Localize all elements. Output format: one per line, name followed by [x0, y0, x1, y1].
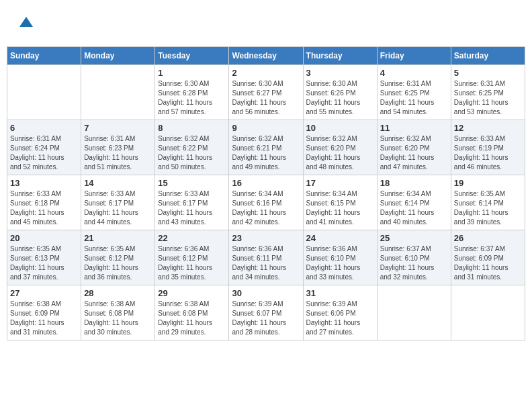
day-info: Sunrise: 6:33 AM Sunset: 6:17 PM Dayligh…: [158, 189, 226, 227]
day-info: Sunrise: 6:34 AM Sunset: 6:14 PM Dayligh…: [380, 189, 448, 227]
day-cell: 10Sunrise: 6:32 AM Sunset: 6:20 PM Dayli…: [303, 120, 377, 175]
day-cell: 20Sunrise: 6:35 AM Sunset: 6:13 PM Dayli…: [7, 230, 81, 285]
day-number: 30: [232, 288, 300, 298]
day-number: 10: [306, 123, 374, 133]
weekday-wednesday: Wednesday: [229, 46, 303, 64]
day-info: Sunrise: 6:35 AM Sunset: 6:14 PM Dayligh…: [454, 189, 522, 227]
day-cell: [377, 285, 451, 340]
day-number: 16: [232, 178, 300, 188]
day-cell: [81, 64, 155, 120]
day-number: 13: [10, 178, 78, 188]
day-number: 24: [306, 233, 374, 243]
day-number: 11: [380, 123, 448, 133]
day-info: Sunrise: 6:38 AM Sunset: 6:09 PM Dayligh…: [10, 300, 78, 337]
day-info: Sunrise: 6:31 AM Sunset: 6:25 PM Dayligh…: [454, 79, 522, 117]
day-info: Sunrise: 6:33 AM Sunset: 6:19 PM Dayligh…: [454, 134, 522, 172]
day-number: 5: [454, 68, 522, 78]
day-cell: [451, 285, 525, 340]
weekday-header: SundayMondayTuesdayWednesdayThursdayFrid…: [7, 46, 525, 64]
day-number: 26: [454, 233, 522, 243]
day-cell: 13Sunrise: 6:33 AM Sunset: 6:18 PM Dayli…: [7, 175, 81, 230]
calendar-table: SundayMondayTuesdayWednesdayThursdayFrid…: [7, 46, 525, 340]
day-cell: 6Sunrise: 6:31 AM Sunset: 6:24 PM Daylig…: [7, 120, 81, 175]
header: [7, 7, 525, 41]
day-info: Sunrise: 6:36 AM Sunset: 6:10 PM Dayligh…: [306, 244, 374, 282]
day-cell: 30Sunrise: 6:39 AM Sunset: 6:07 PM Dayli…: [229, 285, 303, 340]
calendar-body: 1Sunrise: 6:30 AM Sunset: 6:28 PM Daylig…: [7, 64, 525, 340]
day-cell: 31Sunrise: 6:39 AM Sunset: 6:06 PM Dayli…: [303, 285, 377, 340]
day-info: Sunrise: 6:37 AM Sunset: 6:09 PM Dayligh…: [454, 244, 522, 282]
day-info: Sunrise: 6:36 AM Sunset: 6:11 PM Dayligh…: [232, 244, 300, 282]
week-row-1: 1Sunrise: 6:30 AM Sunset: 6:28 PM Daylig…: [7, 64, 525, 120]
day-info: Sunrise: 6:37 AM Sunset: 6:10 PM Dayligh…: [380, 244, 448, 282]
day-cell: 25Sunrise: 6:37 AM Sunset: 6:10 PM Dayli…: [377, 230, 451, 285]
day-number: 31: [306, 288, 374, 298]
day-cell: 5Sunrise: 6:31 AM Sunset: 6:25 PM Daylig…: [451, 64, 525, 120]
weekday-sunday: Sunday: [7, 46, 81, 64]
day-cell: 16Sunrise: 6:34 AM Sunset: 6:16 PM Dayli…: [229, 175, 303, 230]
week-row-4: 20Sunrise: 6:35 AM Sunset: 6:13 PM Dayli…: [7, 230, 525, 285]
day-info: Sunrise: 6:30 AM Sunset: 6:26 PM Dayligh…: [306, 79, 374, 117]
day-info: Sunrise: 6:31 AM Sunset: 6:23 PM Dayligh…: [84, 134, 152, 172]
day-info: Sunrise: 6:32 AM Sunset: 6:22 PM Dayligh…: [158, 134, 226, 172]
day-number: 3: [306, 68, 374, 78]
day-info: Sunrise: 6:38 AM Sunset: 6:08 PM Dayligh…: [84, 300, 152, 337]
day-info: Sunrise: 6:31 AM Sunset: 6:24 PM Dayligh…: [10, 134, 78, 172]
day-cell: 22Sunrise: 6:36 AM Sunset: 6:12 PM Dayli…: [155, 230, 229, 285]
logo-icon: [16, 13, 36, 34]
day-number: 9: [232, 123, 300, 133]
weekday-saturday: Saturday: [451, 46, 525, 64]
day-number: 15: [158, 178, 226, 188]
day-cell: 17Sunrise: 6:34 AM Sunset: 6:15 PM Dayli…: [303, 175, 377, 230]
day-cell: 21Sunrise: 6:35 AM Sunset: 6:12 PM Dayli…: [81, 230, 155, 285]
logo: [13, 13, 36, 38]
week-row-2: 6Sunrise: 6:31 AM Sunset: 6:24 PM Daylig…: [7, 120, 525, 175]
day-info: Sunrise: 6:30 AM Sunset: 6:28 PM Dayligh…: [158, 79, 226, 117]
day-number: 27: [10, 288, 78, 298]
day-cell: 8Sunrise: 6:32 AM Sunset: 6:22 PM Daylig…: [155, 120, 229, 175]
day-info: Sunrise: 6:39 AM Sunset: 6:06 PM Dayligh…: [306, 300, 374, 337]
day-number: 12: [454, 123, 522, 133]
day-cell: 15Sunrise: 6:33 AM Sunset: 6:17 PM Dayli…: [155, 175, 229, 230]
day-cell: 7Sunrise: 6:31 AM Sunset: 6:23 PM Daylig…: [81, 120, 155, 175]
day-number: 21: [84, 233, 152, 243]
day-cell: 4Sunrise: 6:31 AM Sunset: 6:25 PM Daylig…: [377, 64, 451, 120]
svg-marker-0: [19, 17, 33, 27]
day-info: Sunrise: 6:32 AM Sunset: 6:20 PM Dayligh…: [306, 134, 374, 172]
weekday-thursday: Thursday: [303, 46, 377, 64]
day-cell: 23Sunrise: 6:36 AM Sunset: 6:11 PM Dayli…: [229, 230, 303, 285]
day-cell: 11Sunrise: 6:32 AM Sunset: 6:20 PM Dayli…: [377, 120, 451, 175]
day-cell: 2Sunrise: 6:30 AM Sunset: 6:27 PM Daylig…: [229, 64, 303, 120]
day-info: Sunrise: 6:36 AM Sunset: 6:12 PM Dayligh…: [158, 244, 226, 282]
day-info: Sunrise: 6:33 AM Sunset: 6:17 PM Dayligh…: [84, 189, 152, 227]
day-cell: 9Sunrise: 6:32 AM Sunset: 6:21 PM Daylig…: [229, 120, 303, 175]
day-info: Sunrise: 6:33 AM Sunset: 6:18 PM Dayligh…: [10, 189, 78, 227]
day-cell: 19Sunrise: 6:35 AM Sunset: 6:14 PM Dayli…: [451, 175, 525, 230]
day-number: 1: [158, 68, 226, 78]
day-cell: 18Sunrise: 6:34 AM Sunset: 6:14 PM Dayli…: [377, 175, 451, 230]
week-row-5: 27Sunrise: 6:38 AM Sunset: 6:09 PM Dayli…: [7, 285, 525, 340]
day-cell: 14Sunrise: 6:33 AM Sunset: 6:17 PM Dayli…: [81, 175, 155, 230]
day-number: 25: [380, 233, 448, 243]
day-cell: 24Sunrise: 6:36 AM Sunset: 6:10 PM Dayli…: [303, 230, 377, 285]
day-number: 2: [232, 68, 300, 78]
day-number: 19: [454, 178, 522, 188]
day-number: 18: [380, 178, 448, 188]
day-info: Sunrise: 6:35 AM Sunset: 6:13 PM Dayligh…: [10, 244, 78, 282]
day-info: Sunrise: 6:32 AM Sunset: 6:21 PM Dayligh…: [232, 134, 300, 172]
week-row-3: 13Sunrise: 6:33 AM Sunset: 6:18 PM Dayli…: [7, 175, 525, 230]
day-info: Sunrise: 6:35 AM Sunset: 6:12 PM Dayligh…: [84, 244, 152, 282]
day-cell: 29Sunrise: 6:38 AM Sunset: 6:08 PM Dayli…: [155, 285, 229, 340]
day-info: Sunrise: 6:31 AM Sunset: 6:25 PM Dayligh…: [380, 79, 448, 117]
day-cell: 3Sunrise: 6:30 AM Sunset: 6:26 PM Daylig…: [303, 64, 377, 120]
day-info: Sunrise: 6:30 AM Sunset: 6:27 PM Dayligh…: [232, 79, 300, 117]
day-cell: 27Sunrise: 6:38 AM Sunset: 6:09 PM Dayli…: [7, 285, 81, 340]
day-number: 22: [158, 233, 226, 243]
day-info: Sunrise: 6:34 AM Sunset: 6:15 PM Dayligh…: [306, 189, 374, 227]
day-number: 17: [306, 178, 374, 188]
weekday-friday: Friday: [377, 46, 451, 64]
day-number: 23: [232, 233, 300, 243]
weekday-tuesday: Tuesday: [155, 46, 229, 64]
day-number: 8: [158, 123, 226, 133]
day-number: 20: [10, 233, 78, 243]
